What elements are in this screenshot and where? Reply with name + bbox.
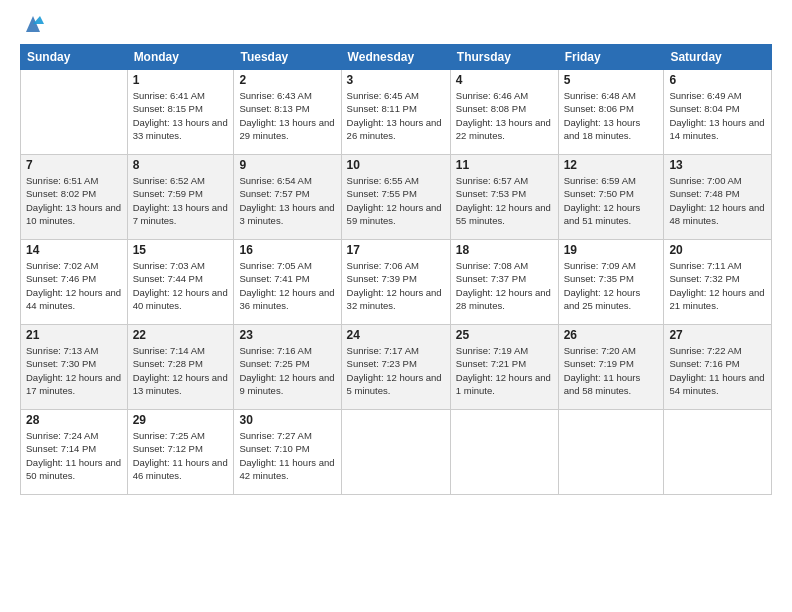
- day-number: 7: [26, 158, 122, 172]
- col-header-saturday: Saturday: [664, 45, 772, 70]
- calendar-cell: 16Sunrise: 7:05 AMSunset: 7:41 PMDayligh…: [234, 240, 341, 325]
- day-info: Sunrise: 7:25 AMSunset: 7:12 PMDaylight:…: [133, 429, 229, 482]
- day-info: Sunrise: 7:05 AMSunset: 7:41 PMDaylight:…: [239, 259, 335, 312]
- col-header-wednesday: Wednesday: [341, 45, 450, 70]
- day-info: Sunrise: 7:20 AMSunset: 7:19 PMDaylight:…: [564, 344, 659, 397]
- day-number: 8: [133, 158, 229, 172]
- calendar-cell: [450, 410, 558, 495]
- day-number: 27: [669, 328, 766, 342]
- day-number: 30: [239, 413, 335, 427]
- day-info: Sunrise: 7:13 AMSunset: 7:30 PMDaylight:…: [26, 344, 122, 397]
- day-info: Sunrise: 7:27 AMSunset: 7:10 PMDaylight:…: [239, 429, 335, 482]
- header: [20, 16, 772, 34]
- calendar-cell: 22Sunrise: 7:14 AMSunset: 7:28 PMDayligh…: [127, 325, 234, 410]
- day-number: 5: [564, 73, 659, 87]
- calendar-cell: 13Sunrise: 7:00 AMSunset: 7:48 PMDayligh…: [664, 155, 772, 240]
- col-header-monday: Monday: [127, 45, 234, 70]
- calendar-cell: 19Sunrise: 7:09 AMSunset: 7:35 PMDayligh…: [558, 240, 664, 325]
- day-number: 23: [239, 328, 335, 342]
- day-info: Sunrise: 6:59 AMSunset: 7:50 PMDaylight:…: [564, 174, 659, 227]
- page: SundayMondayTuesdayWednesdayThursdayFrid…: [0, 0, 792, 612]
- calendar-cell: [558, 410, 664, 495]
- calendar-cell: 23Sunrise: 7:16 AMSunset: 7:25 PMDayligh…: [234, 325, 341, 410]
- day-number: 12: [564, 158, 659, 172]
- calendar-cell: 7Sunrise: 6:51 AMSunset: 8:02 PMDaylight…: [21, 155, 128, 240]
- day-number: 15: [133, 243, 229, 257]
- day-info: Sunrise: 7:24 AMSunset: 7:14 PMDaylight:…: [26, 429, 122, 482]
- day-number: 6: [669, 73, 766, 87]
- calendar-cell: 4Sunrise: 6:46 AMSunset: 8:08 PMDaylight…: [450, 70, 558, 155]
- calendar-cell: 2Sunrise: 6:43 AMSunset: 8:13 PMDaylight…: [234, 70, 341, 155]
- calendar-body: 1Sunrise: 6:41 AMSunset: 8:15 PMDaylight…: [21, 70, 772, 495]
- calendar-week-4: 21Sunrise: 7:13 AMSunset: 7:30 PMDayligh…: [21, 325, 772, 410]
- day-number: 29: [133, 413, 229, 427]
- calendar-cell: 20Sunrise: 7:11 AMSunset: 7:32 PMDayligh…: [664, 240, 772, 325]
- day-number: 19: [564, 243, 659, 257]
- day-info: Sunrise: 7:14 AMSunset: 7:28 PMDaylight:…: [133, 344, 229, 397]
- day-info: Sunrise: 7:08 AMSunset: 7:37 PMDaylight:…: [456, 259, 553, 312]
- day-number: 16: [239, 243, 335, 257]
- calendar-cell: 30Sunrise: 7:27 AMSunset: 7:10 PMDayligh…: [234, 410, 341, 495]
- calendar-cell: 21Sunrise: 7:13 AMSunset: 7:30 PMDayligh…: [21, 325, 128, 410]
- day-info: Sunrise: 6:46 AMSunset: 8:08 PMDaylight:…: [456, 89, 553, 142]
- day-info: Sunrise: 7:16 AMSunset: 7:25 PMDaylight:…: [239, 344, 335, 397]
- day-number: 26: [564, 328, 659, 342]
- day-number: 28: [26, 413, 122, 427]
- day-info: Sunrise: 6:49 AMSunset: 8:04 PMDaylight:…: [669, 89, 766, 142]
- day-number: 20: [669, 243, 766, 257]
- day-info: Sunrise: 7:03 AMSunset: 7:44 PMDaylight:…: [133, 259, 229, 312]
- day-number: 21: [26, 328, 122, 342]
- calendar-cell: 25Sunrise: 7:19 AMSunset: 7:21 PMDayligh…: [450, 325, 558, 410]
- day-info: Sunrise: 6:52 AMSunset: 7:59 PMDaylight:…: [133, 174, 229, 227]
- day-info: Sunrise: 7:06 AMSunset: 7:39 PMDaylight:…: [347, 259, 445, 312]
- calendar-cell: 28Sunrise: 7:24 AMSunset: 7:14 PMDayligh…: [21, 410, 128, 495]
- calendar-cell: 10Sunrise: 6:55 AMSunset: 7:55 PMDayligh…: [341, 155, 450, 240]
- logo-icon: [22, 14, 44, 34]
- calendar-week-2: 7Sunrise: 6:51 AMSunset: 8:02 PMDaylight…: [21, 155, 772, 240]
- day-info: Sunrise: 6:41 AMSunset: 8:15 PMDaylight:…: [133, 89, 229, 142]
- calendar-cell: 5Sunrise: 6:48 AMSunset: 8:06 PMDaylight…: [558, 70, 664, 155]
- day-number: 14: [26, 243, 122, 257]
- calendar-cell: 11Sunrise: 6:57 AMSunset: 7:53 PMDayligh…: [450, 155, 558, 240]
- calendar-cell: 27Sunrise: 7:22 AMSunset: 7:16 PMDayligh…: [664, 325, 772, 410]
- calendar-cell: 9Sunrise: 6:54 AMSunset: 7:57 PMDaylight…: [234, 155, 341, 240]
- day-number: 9: [239, 158, 335, 172]
- calendar-cell: 8Sunrise: 6:52 AMSunset: 7:59 PMDaylight…: [127, 155, 234, 240]
- day-number: 22: [133, 328, 229, 342]
- day-info: Sunrise: 6:43 AMSunset: 8:13 PMDaylight:…: [239, 89, 335, 142]
- day-number: 1: [133, 73, 229, 87]
- calendar-table: SundayMondayTuesdayWednesdayThursdayFrid…: [20, 44, 772, 495]
- day-info: Sunrise: 7:22 AMSunset: 7:16 PMDaylight:…: [669, 344, 766, 397]
- col-header-thursday: Thursday: [450, 45, 558, 70]
- calendar-cell: [664, 410, 772, 495]
- col-header-tuesday: Tuesday: [234, 45, 341, 70]
- calendar-cell: 1Sunrise: 6:41 AMSunset: 8:15 PMDaylight…: [127, 70, 234, 155]
- calendar-cell: 12Sunrise: 6:59 AMSunset: 7:50 PMDayligh…: [558, 155, 664, 240]
- day-info: Sunrise: 6:45 AMSunset: 8:11 PMDaylight:…: [347, 89, 445, 142]
- calendar-cell: 14Sunrise: 7:02 AMSunset: 7:46 PMDayligh…: [21, 240, 128, 325]
- calendar-header-row: SundayMondayTuesdayWednesdayThursdayFrid…: [21, 45, 772, 70]
- day-number: 18: [456, 243, 553, 257]
- day-info: Sunrise: 6:54 AMSunset: 7:57 PMDaylight:…: [239, 174, 335, 227]
- calendar-cell: [341, 410, 450, 495]
- day-number: 25: [456, 328, 553, 342]
- day-info: Sunrise: 6:51 AMSunset: 8:02 PMDaylight:…: [26, 174, 122, 227]
- calendar-week-3: 14Sunrise: 7:02 AMSunset: 7:46 PMDayligh…: [21, 240, 772, 325]
- col-header-friday: Friday: [558, 45, 664, 70]
- calendar-cell: 3Sunrise: 6:45 AMSunset: 8:11 PMDaylight…: [341, 70, 450, 155]
- calendar-cell: 15Sunrise: 7:03 AMSunset: 7:44 PMDayligh…: [127, 240, 234, 325]
- day-info: Sunrise: 7:11 AMSunset: 7:32 PMDaylight:…: [669, 259, 766, 312]
- calendar-cell: [21, 70, 128, 155]
- day-number: 11: [456, 158, 553, 172]
- day-info: Sunrise: 7:19 AMSunset: 7:21 PMDaylight:…: [456, 344, 553, 397]
- day-info: Sunrise: 7:02 AMSunset: 7:46 PMDaylight:…: [26, 259, 122, 312]
- day-info: Sunrise: 7:09 AMSunset: 7:35 PMDaylight:…: [564, 259, 659, 312]
- calendar-cell: 26Sunrise: 7:20 AMSunset: 7:19 PMDayligh…: [558, 325, 664, 410]
- calendar-cell: 17Sunrise: 7:06 AMSunset: 7:39 PMDayligh…: [341, 240, 450, 325]
- day-number: 3: [347, 73, 445, 87]
- calendar-cell: 6Sunrise: 6:49 AMSunset: 8:04 PMDaylight…: [664, 70, 772, 155]
- day-number: 2: [239, 73, 335, 87]
- calendar-cell: 18Sunrise: 7:08 AMSunset: 7:37 PMDayligh…: [450, 240, 558, 325]
- day-number: 17: [347, 243, 445, 257]
- calendar-week-5: 28Sunrise: 7:24 AMSunset: 7:14 PMDayligh…: [21, 410, 772, 495]
